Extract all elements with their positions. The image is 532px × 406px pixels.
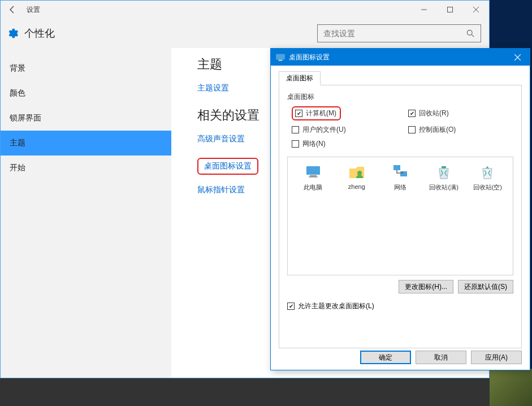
sidebar-item-lockscreen[interactable]: 锁屏界面 [1,106,171,131]
svg-rect-6 [306,166,320,175]
tab-desktop-icons[interactable]: 桌面图标 [279,71,321,85]
desktop-icon-dialog: 桌面图标设置 桌面图标 桌面图标 计算机(M) [270,48,530,370]
svg-rect-4 [276,54,285,59]
checkbox-label: 用户的文件(U) [302,125,346,135]
svg-rect-7 [310,175,317,176]
sidebar-item-theme[interactable]: 主题 [1,131,171,156]
sidebar-item-background[interactable]: 背景 [1,56,171,81]
window-title: 设置 [24,5,40,15]
svg-point-2 [467,30,472,35]
page-title: 个性化 [24,27,55,40]
checkbox-allow-theme[interactable]: 允许主题更改桌面图标(L) [287,301,513,311]
checkbox-controlpanel[interactable]: 控制面板(O) [408,125,513,135]
check-icon [408,126,416,133]
preview-recycle-empty[interactable]: 回收站(空) [466,163,508,192]
highlight-desktop-icon-settings: 桌面图标设置 [197,158,258,175]
checkbox-label: 网络(N) [302,139,326,149]
search-box[interactable] [317,24,481,42]
search-icon [460,29,481,37]
header: 个性化 [1,19,489,48]
highlight-computer-check: 计算机(M) [292,106,341,120]
check-icon [408,110,416,117]
svg-point-9 [357,171,362,175]
search-input[interactable] [318,29,460,38]
ok-button[interactable]: 确定 [360,351,411,364]
checkbox-label: 控制面板(O) [419,125,456,135]
preview-label: 回收站(空) [473,183,502,192]
sidebar: 背景 颜色 锁屏界面 主题 开始 [1,48,171,378]
cancel-button[interactable]: 取消 [416,351,466,364]
check-icon [295,110,302,117]
gear-icon [6,27,19,40]
preview-network[interactable]: 网络 [379,163,421,192]
preview-recycle-full[interactable]: 回收站(满) [423,163,465,192]
svg-rect-5 [279,60,283,61]
preview-user[interactable]: zheng [336,163,378,192]
checkbox-label: 计算机(M) [306,109,336,118]
check-icon [287,303,295,310]
svg-rect-10 [393,165,400,170]
apply-button[interactable]: 应用(A) [471,351,522,364]
dialog-title: 桌面图标设置 [289,53,330,62]
tab-panel: 桌面图标 计算机(M) 回收站(R) 用户的文件(U) [279,85,522,348]
check-icon [292,126,299,133]
maximize-button[interactable] [437,1,463,19]
icon-preview-panel: 此电脑 zheng 网络 回收站(满) [287,157,513,275]
checkbox-label: 允许主题更改桌面图标(L) [298,301,374,311]
check-icon [292,140,299,148]
preview-label: 网络 [394,183,406,192]
svg-line-3 [472,34,474,37]
titlebar: 设置 [1,1,489,19]
checkbox-label: 回收站(R) [419,109,449,118]
preview-label: zheng [348,183,365,190]
checkbox-userfiles[interactable]: 用户的文件(U) [292,125,397,135]
desktop-wallpaper-corner [490,369,532,406]
group-label: 桌面图标 [287,92,513,102]
checkbox-computer[interactable]: 计算机(M) [295,109,336,118]
preview-label: 回收站(满) [429,183,458,192]
checkbox-network[interactable]: 网络(N) [292,139,397,149]
checkbox-recycle[interactable]: 回收站(R) [408,106,513,120]
sidebar-item-color[interactable]: 颜色 [1,81,171,106]
change-icon-button[interactable]: 更改图标(H)... [399,280,453,293]
svg-rect-8 [309,176,318,178]
minimize-button[interactable] [411,1,437,19]
preview-this-pc[interactable]: 此电脑 [292,163,334,192]
svg-rect-1 [448,7,453,12]
dialog-icon [275,52,286,62]
svg-rect-11 [400,171,407,176]
close-button[interactable] [463,1,489,19]
preview-label: 此电脑 [304,183,322,192]
sidebar-item-start[interactable]: 开始 [1,156,171,180]
dialog-titlebar: 桌面图标设置 [271,49,530,66]
back-button[interactable] [1,5,24,14]
link-desktop-icon-settings[interactable]: 桌面图标设置 [204,161,252,171]
svg-rect-12 [442,166,446,168]
dialog-close-button[interactable] [505,49,530,66]
restore-defaults-button[interactable]: 还原默认值(S) [458,280,513,293]
